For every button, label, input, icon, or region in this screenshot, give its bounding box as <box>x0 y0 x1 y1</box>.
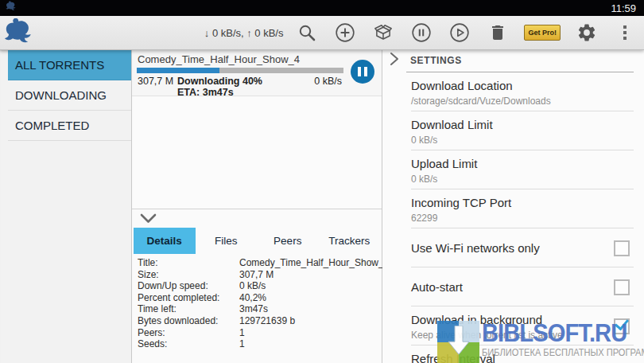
details-table: Title:Comedy_Time_Half_Hour_Show_4 Size:… <box>138 257 377 350</box>
chevron-down-icon <box>140 213 157 224</box>
open-torrent-file-button[interactable] <box>373 22 394 43</box>
auto-start-checkbox[interactable] <box>614 279 630 295</box>
tab-files[interactable]: Files <box>196 228 258 254</box>
chevron-right-icon[interactable] <box>389 52 400 69</box>
torrent-speed: 0 kB/s <box>314 76 342 98</box>
tab-peers[interactable]: Peers <box>257 228 319 254</box>
clock: 11:59 <box>611 2 636 14</box>
detail-row-peers: Peers:1 <box>138 327 377 339</box>
filter-sidebar: ALL TORRENTS DOWNLOADING COMPLETED <box>0 49 132 363</box>
action-bar: ↓ 0 kB/s, ↑ 0 kB/s <box>0 16 644 50</box>
trash-icon <box>488 23 507 42</box>
sidebar-item-all-torrents[interactable]: ALL TORRENTS <box>8 50 131 80</box>
add-torrent-button[interactable] <box>335 22 355 43</box>
torrent-progress-bar <box>137 68 343 73</box>
tab-details[interactable]: Details <box>134 228 196 254</box>
detail-row-timeleft: Time left:3m47s <box>138 303 377 315</box>
torrent-details-pane: Details Files Peers Trackers Title:Comed… <box>132 209 382 363</box>
content-area: ALL TORRENTS DOWNLOADING COMPLETED Comed… <box>0 49 644 363</box>
wifi-only-checkbox[interactable] <box>614 240 630 256</box>
settings-title: SETTINGS <box>410 55 462 66</box>
pause-circle-icon <box>411 22 432 43</box>
vuze-frog-logo[interactable] <box>4 18 34 49</box>
setting-incoming-tcp-port[interactable]: Incoming TCP Port 62299 <box>382 189 644 228</box>
details-tab-bar: Details Files Peers Trackers <box>134 228 380 254</box>
setting-auto-start[interactable]: Auto-start <box>382 267 644 306</box>
detail-row-seeds: Seeds:1 <box>138 338 377 350</box>
detail-row-bytes: Bytes downloaded:129721639 b <box>138 315 377 327</box>
detail-row-speed: Down/Up speed:0 kB/s <box>138 280 377 292</box>
download-background-checkbox[interactable] <box>614 318 630 334</box>
setting-refresh-interval[interactable]: Refresh Interval <box>382 345 644 363</box>
torrent-pause-button[interactable] <box>351 60 374 84</box>
search-icon <box>297 23 316 42</box>
play-circle-icon <box>449 22 470 43</box>
setting-wifi-only[interactable]: Use Wi-Fi networks only <box>382 228 644 267</box>
transfer-speed-text: ↓ 0 kB/s, ↑ 0 kB/s <box>204 27 284 39</box>
setting-download-limit[interactable]: Download Limit 0 kB/s <box>382 111 644 150</box>
search-button[interactable] <box>297 22 317 43</box>
overflow-menu-button[interactable] <box>615 22 635 43</box>
sidebar-item-completed[interactable]: COMPLETED <box>8 111 131 141</box>
tab-trackers[interactable]: Trackers <box>319 228 381 254</box>
settings-panel: SETTINGS Download Location /storage/sdca… <box>382 49 644 363</box>
plus-circle-icon <box>335 22 355 43</box>
status-bar: 11:59 <box>0 0 644 16</box>
setting-download-in-background[interactable]: Download in background Keep alive when t… <box>382 306 644 345</box>
detail-row-size: Size:307,7 M <box>138 269 377 281</box>
torrent-row[interactable]: Comedy_Time_Half_Hour_Show_4 307,7 M Dow… <box>132 50 382 96</box>
detail-row-percent: Percent completed:40,2% <box>138 292 377 304</box>
pause-icon <box>358 67 361 76</box>
resume-all-button[interactable] <box>449 22 470 43</box>
torrent-size: 307,7 M <box>138 76 177 98</box>
vuze-notification-frog-icon <box>6 1 17 15</box>
settings-button[interactable] <box>576 22 597 43</box>
collapse-details-button[interactable] <box>138 212 158 228</box>
torrent-name: Comedy_Time_Half_Hour_Show_4 <box>138 53 377 65</box>
torrent-status: Downloading 40% <box>177 76 314 87</box>
pause-all-button[interactable] <box>411 22 432 43</box>
sidebar-item-downloading[interactable]: DOWNLOADING <box>8 80 131 111</box>
overflow-dots-icon <box>623 25 627 40</box>
setting-download-location[interactable]: Download Location /storage/sdcard/Vuze/D… <box>382 72 644 111</box>
detail-row-title: Title:Comedy_Time_Half_Hour_Show_4 <box>138 257 377 269</box>
gear-icon <box>576 22 597 43</box>
settings-header: SETTINGS <box>382 49 644 72</box>
get-pro-button[interactable]: Get Pro! <box>524 25 561 41</box>
torrent-list-panel: Comedy_Time_Half_Hour_Show_4 307,7 M Dow… <box>132 49 382 363</box>
delete-torrent-button[interactable] <box>487 22 508 43</box>
setting-upload-limit[interactable]: Upload Limit 0 kB/s <box>382 150 644 189</box>
torrent-eta: ETA: 3m47s <box>177 87 314 98</box>
torrent-progress-fill <box>137 68 219 73</box>
app-screen: 11:59 ↓ 0 kB/s, ↑ 0 kB/s <box>0 0 644 363</box>
open-box-icon <box>373 22 394 43</box>
